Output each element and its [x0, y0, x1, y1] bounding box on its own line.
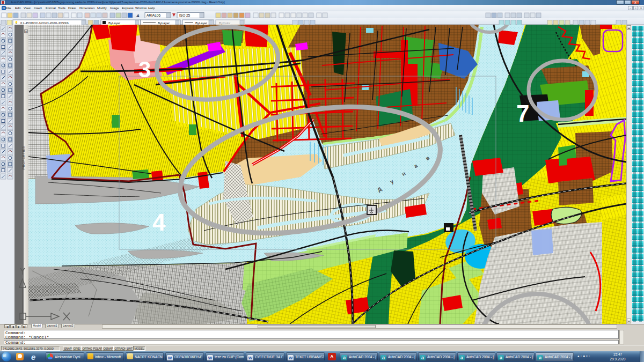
svg-text:4: 4 [152, 209, 166, 235]
svg-text:ISO 25: ISO 25 [179, 13, 191, 17]
svg-text:A: A [136, 13, 140, 18]
svg-text:ARIAL06: ARIAL06 [147, 13, 160, 17]
svg-text:💡: 💡 [14, 21, 18, 25]
svg-text:ByLayer: ByLayer [158, 21, 170, 25]
svg-text:ByColor: ByColor [219, 21, 230, 25]
svg-text:0 L-POMOC-NOVO-2020-JOSSS: 0 L-POMOC-NOVO-2020-JOSSS [20, 21, 69, 25]
svg-text:3: 3 [138, 57, 151, 82]
svg-text:ByLayer: ByLayer [108, 21, 120, 25]
svg-text:ByLayer: ByLayer [195, 21, 207, 25]
svg-text:7: 7 [516, 100, 529, 127]
